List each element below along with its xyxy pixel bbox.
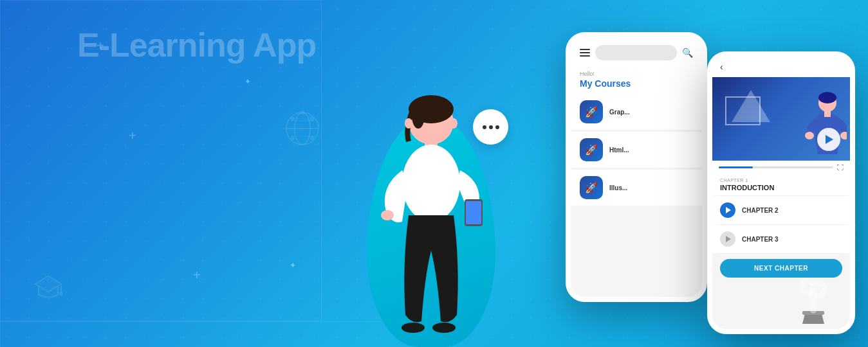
hamburger-line-1 <box>580 49 590 50</box>
globe-icon <box>283 109 322 157</box>
cactus-icon <box>791 267 836 328</box>
chapter-2-play-btn[interactable] <box>720 202 735 218</box>
course-item-3[interactable]: 🚀 Illus... <box>571 170 702 206</box>
chapter-3-play-triangle <box>726 236 731 242</box>
svg-rect-27 <box>466 201 481 224</box>
svg-point-32 <box>450 118 457 129</box>
chapter-label: CHAPTER 1 <box>712 174 850 183</box>
course-name-1: Grap... <box>609 109 630 116</box>
svg-point-23 <box>412 103 425 129</box>
course-icon-1: 🚀 <box>580 100 603 123</box>
course-item-1[interactable]: 🚀 Grap... <box>571 94 702 130</box>
svg-point-29 <box>402 323 425 333</box>
graduation-cap-icon <box>32 272 64 308</box>
svg-point-8 <box>291 136 295 140</box>
plus-icon-2: + <box>129 129 136 143</box>
intro-title: INTRODUCTION <box>712 183 850 195</box>
phone-front-header: ‹ <box>712 57 850 77</box>
svg-point-35 <box>805 132 814 139</box>
svg-point-30 <box>432 323 456 333</box>
course-item-2[interactable]: 🚀 Html... <box>571 132 702 168</box>
svg-point-31 <box>405 118 412 129</box>
course-name-3: Illus... <box>609 184 627 191</box>
chapter-3-name: CHAPTER 3 <box>742 236 779 243</box>
svg-point-36 <box>840 132 847 139</box>
svg-rect-37 <box>824 111 831 117</box>
chapter-3-row[interactable]: CHAPTER 3 <box>712 225 850 253</box>
search-bar[interactable] <box>595 45 677 60</box>
video-thumbnail[interactable] <box>712 77 850 161</box>
person-svg <box>360 71 502 347</box>
hamburger-line-2 <box>580 52 590 53</box>
chapter-3-play-btn[interactable] <box>720 231 735 247</box>
svg-point-28 <box>381 210 394 220</box>
chapter-2-row[interactable]: CHAPTER 2 <box>712 196 850 224</box>
course-icon-3: 🚀 <box>580 176 603 199</box>
progress-bar-area: ⛶ <box>712 161 850 174</box>
chapter-2-play-triangle <box>726 207 731 213</box>
my-courses-title: My Courses <box>571 78 702 94</box>
plus-icon-3: + <box>193 268 201 283</box>
play-button[interactable] <box>817 128 840 151</box>
svg-point-25 <box>402 145 460 222</box>
play-triangle <box>826 135 833 144</box>
svg-point-15 <box>59 292 63 296</box>
plus-icon-1: + <box>97 39 104 53</box>
background: E-Learning App <box>0 0 868 347</box>
expand-icon[interactable]: ⛶ <box>837 164 844 171</box>
hamburger-menu-icon <box>580 49 590 57</box>
chapter-2-name: CHAPTER 2 <box>742 207 779 214</box>
course-icon-2: 🚀 <box>580 138 603 161</box>
person-illustration <box>347 39 515 347</box>
phone-back-header: 🔍 <box>571 37 702 66</box>
progress-bar-fill <box>719 166 753 168</box>
hello-text: Hello! <box>571 66 702 78</box>
course-name-2: Html... <box>609 147 629 154</box>
hamburger-line-3 <box>580 55 590 57</box>
phone-back: 🔍 Hello! My Courses 🚀 Grap... 🚀 Html... … <box>566 32 707 302</box>
back-arrow-icon[interactable]: ‹ <box>720 62 723 72</box>
geo-triangle <box>732 90 770 122</box>
svg-point-9 <box>310 136 314 140</box>
star-icon-2: ✦ <box>290 261 296 270</box>
app-title: E-Learning App <box>77 26 316 64</box>
star-icon-1: ✦ <box>245 77 251 86</box>
progress-bar-track <box>719 166 833 168</box>
search-icon[interactable]: 🔍 <box>682 48 693 58</box>
video-thumbnail-inner <box>712 77 850 161</box>
svg-point-34 <box>818 92 836 103</box>
chapter-divider-3 <box>720 253 842 254</box>
